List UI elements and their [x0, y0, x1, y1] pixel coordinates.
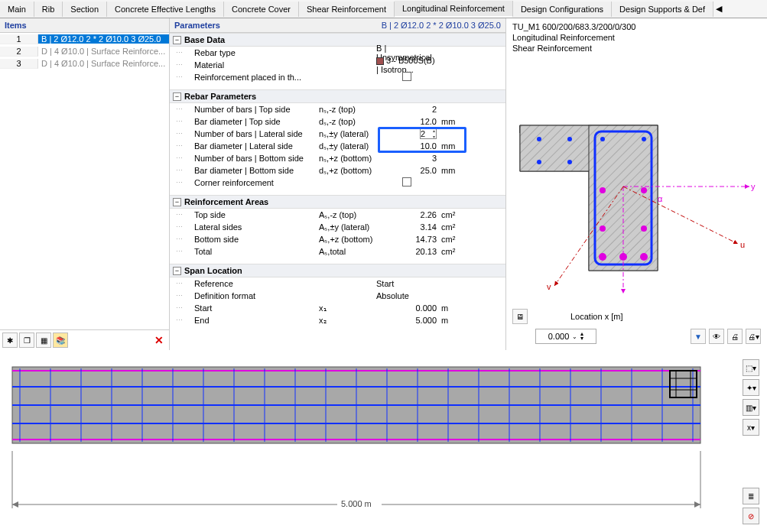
section-reinf-areas[interactable]: −Reinforcement Areas: [170, 195, 505, 209]
svg-point-9: [537, 160, 541, 164]
row-corner-reinf[interactable]: ⋯Corner reinforcement: [170, 177, 505, 189]
svg-point-10: [567, 160, 572, 164]
row-end[interactable]: ⋯Endx₂5.000m: [170, 314, 505, 326]
row-d-bottom[interactable]: ⋯Bar diameter | Bottom sidedₛ,+z (bottom…: [170, 164, 505, 177]
parameters-body: −Base Data ⋯Rebar typeB | Unsymmetrical …: [170, 33, 505, 350]
filter-icon[interactable]: ▼: [691, 329, 706, 344]
row-area-total: ⋯TotalAₛ,total20.13cm²: [170, 245, 505, 258]
item-desc: B | 2 Ø12.0 2 * 2 Ø10.0 3 Ø25.0: [38, 34, 169, 44]
copy-item-icon[interactable]: ❐: [19, 332, 34, 348]
axis-y-label: y: [751, 182, 756, 191]
items-toolbar: ✱ ❐ ▦ 📚 ✕: [0, 329, 169, 350]
tab-design-supports[interactable]: Design Supports & Def: [612, 2, 713, 17]
view-settings-icon[interactable]: 🖥: [512, 309, 528, 324]
tab-concrete-cover[interactable]: Concrete Cover: [224, 2, 299, 17]
corner-reinf-checkbox[interactable]: [402, 177, 411, 187]
view-side-toolbar: ⬚▾ ✦▾ ▥▾ x▾ ≣ ⊘: [739, 359, 762, 524]
item-number: 3: [0, 59, 38, 69]
beam-length-label: 5.000 m: [341, 499, 372, 508]
svg-point-5: [600, 137, 605, 141]
axis-u-label: u: [740, 240, 745, 249]
section-rebar-parameters[interactable]: −Rebar Parameters: [170, 89, 505, 103]
main-tab-bar: Main Rib Section Concrete Effective Leng…: [0, 0, 767, 18]
item-desc: D | 4 Ø10.0 | Surface Reinforce...: [38, 47, 169, 56]
print-dropdown-icon[interactable]: 🖨▾: [746, 329, 761, 344]
material-swatch-icon: [376, 57, 384, 65]
new-item-icon[interactable]: ✱: [2, 332, 18, 348]
section-base-data[interactable]: −Base Data: [170, 33, 505, 47]
svg-point-13: [600, 225, 606, 232]
items-panel-header: Items: [0, 18, 169, 33]
tab-section[interactable]: Section: [63, 2, 107, 17]
item-number: 2: [0, 47, 38, 57]
row-n-bottom[interactable]: ⋯Number of bars | Bottom sidenₛ,+z (bott…: [170, 152, 505, 164]
svg-point-6: [642, 137, 646, 141]
reinf-display-icon[interactable]: ≣: [743, 488, 759, 504]
beam-elevation-view[interactable]: 5.000 m: [5, 359, 733, 524]
tab-scroll-left-icon[interactable]: ◀: [713, 4, 724, 14]
tab-main[interactable]: Main: [0, 2, 34, 17]
items-table: 1 B | 2 Ø12.0 2 * 2 Ø10.0 3 Ø25.0 2 D | …: [0, 33, 169, 329]
parameters-panel: Parameters B | 2 Ø12.0 2 * 2 Ø10.0 3 Ø25…: [170, 18, 506, 350]
items-row-3[interactable]: 3 D | 4 Ø10.0 | Surface Reinforce...: [0, 57, 169, 70]
items-panel: Items 1 B | 2 Ø12.0 2 * 2 Ø10.0 3 Ø25.0 …: [0, 18, 170, 350]
n-lateral-input[interactable]: 2: [420, 128, 437, 139]
parameters-header: Parameters B | 2 Ø12.0 2 * 2 Ø10.0 3 Ø25…: [170, 18, 505, 33]
collapse-icon[interactable]: −: [173, 92, 181, 101]
tab-rib[interactable]: Rib: [34, 2, 63, 17]
tab-design-config[interactable]: Design Configurations: [513, 2, 612, 17]
row-d-top[interactable]: ⋯Bar diameter | Top sidedₛ,-z (top)12.0m…: [170, 115, 505, 128]
svg-point-7: [537, 137, 541, 141]
axes-icon[interactable]: ✦▾: [743, 379, 759, 396]
preview-title-2: Longitudinal Reinforcement: [512, 32, 761, 43]
svg-point-14: [641, 225, 647, 232]
view-cube-icon[interactable]: ⬚▾: [743, 359, 759, 376]
items-row-1[interactable]: 1 B | 2 Ø12.0 2 * 2 Ø10.0 3 Ø25.0: [0, 33, 169, 45]
items-row-2[interactable]: 2 D | 4 Ø10.0 | Surface Reinforce...: [0, 45, 169, 57]
preview-titles: TU_M1 600/200/683.3/200/0/300 Longitudin…: [512, 21, 761, 54]
plane-x-icon[interactable]: x▾: [743, 419, 759, 436]
row-def-format[interactable]: ⋯Definition formatAbsolute: [170, 290, 505, 302]
eye-icon[interactable]: 👁: [709, 329, 724, 344]
tab-concrete-eff-lengths[interactable]: Concrete Effective Lengths: [107, 2, 224, 17]
collapse-icon[interactable]: −: [173, 267, 181, 275]
row-rebar-type[interactable]: ⋯Rebar typeB | Unsymmetrical: [170, 47, 505, 59]
reinf-placed-checkbox[interactable]: [402, 72, 411, 81]
windows-icon[interactable]: ▦: [36, 332, 51, 348]
preview-title-1: TU_M1 600/200/683.3/200/0/300: [512, 21, 761, 32]
section-box-icon[interactable]: ▥▾: [743, 399, 759, 416]
row-reinf-placed[interactable]: ⋯Reinforcement placed in th...: [170, 71, 505, 83]
svg-point-17: [640, 253, 648, 261]
item-number: 1: [0, 34, 38, 44]
svg-point-8: [567, 137, 572, 141]
row-area-lateral: ⋯Lateral sidesAₛ,±y (lateral)3.14cm²: [170, 221, 505, 233]
svg-point-12: [641, 187, 647, 193]
row-d-lateral[interactable]: ⋯Bar diameter | Lateral sidedₛ,±y (later…: [170, 140, 505, 152]
row-area-bottom: ⋯Bottom sideAₛ,+z (bottom)14.73cm²: [170, 233, 505, 245]
collapse-icon[interactable]: −: [173, 198, 181, 206]
section-span-location[interactable]: −Span Location: [170, 264, 505, 277]
location-label: Location x [m]: [570, 312, 622, 321]
preview-panel: TU_M1 600/200/683.3/200/0/300 Longitudin…: [506, 18, 767, 350]
print-icon[interactable]: 🖨: [727, 329, 743, 344]
location-bar: 🖥 Location x [m]: [512, 306, 761, 327]
parameters-header-context: B | 2 Ø12.0 2 * 2 Ø10.0 3 Ø25.0: [382, 21, 501, 30]
library-icon[interactable]: 📚: [53, 332, 68, 348]
tab-longitudinal-reinf[interactable]: Longitudinal Reinforcement: [395, 1, 513, 18]
collapse-icon[interactable]: −: [173, 36, 181, 44]
item-desc: D | 4 Ø10.0 | Surface Reinforce...: [38, 59, 169, 68]
svg-point-11: [600, 187, 606, 193]
row-reference[interactable]: ⋯ReferenceStart: [170, 277, 505, 290]
location-x-input[interactable]: 0.000⌄▴▾: [535, 329, 596, 344]
axis-v-label: v: [547, 282, 551, 291]
row-material[interactable]: ⋯Material3 - B500S(B) | Isotrop...: [170, 59, 505, 71]
tab-shear-reinf[interactable]: Shear Reinforcement: [299, 2, 395, 17]
cross-section-view[interactable]: y z u v α: [512, 57, 761, 306]
svg-point-15: [599, 253, 606, 261]
row-n-lateral[interactable]: ⋯Number of bars | Lateral sidenₛ,±y (lat…: [170, 128, 505, 140]
axis-alpha-label: α: [658, 194, 663, 203]
cancel-display-icon[interactable]: ⊘: [743, 508, 759, 524]
row-start[interactable]: ⋯Startx₁0.000m: [170, 302, 505, 314]
row-n-top[interactable]: ⋯Number of bars | Top sidenₛ,-z (top)2: [170, 103, 505, 115]
delete-item-icon[interactable]: ✕: [151, 334, 167, 346]
